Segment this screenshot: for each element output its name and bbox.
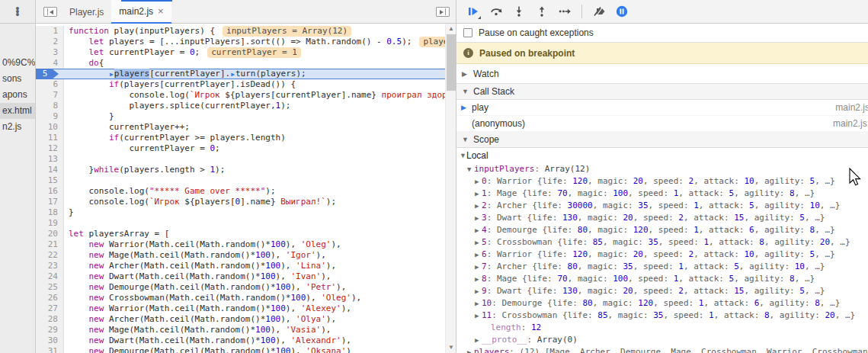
tab-main2-js[interactable]: main2.js ×	[111, 0, 171, 24]
line-number[interactable]: 17	[36, 197, 64, 207]
chevron-right-icon[interactable]: ▶	[475, 273, 482, 285]
scope-variable-row[interactable]: ▼inputPlayers: Array(12)	[456, 163, 868, 175]
kebab-menu-icon[interactable]: •••	[16, 7, 20, 16]
line-number[interactable]: 8	[36, 101, 64, 111]
scope-array-item-row[interactable]: ▶5: Crossbowman {life: 85, magic: 35, sp…	[456, 236, 868, 249]
watch-section-header[interactable]: ▶ Watch	[456, 64, 868, 84]
scope-array-item-row[interactable]: ▶1: Mage {life: 70, magic: 100, speed: 1…	[456, 188, 868, 200]
chevron-right-icon[interactable]: ▶	[467, 346, 474, 353]
line-number[interactable]: 4	[36, 58, 64, 69]
step-over-button[interactable]	[487, 2, 505, 21]
line-number[interactable]: 14	[36, 165, 64, 175]
hide-navigator-icon[interactable]	[43, 7, 57, 17]
pause-on-caught-exceptions-checkbox[interactable]	[463, 28, 472, 37]
chevron-down-icon[interactable]: ▼	[460, 148, 466, 163]
file-navigator-item[interactable]: 0%9C%l	[0, 55, 35, 71]
chevron-right-icon[interactable]: ▶	[475, 236, 482, 249]
scope-array-item-row[interactable]: ▶0: Warrior {life: 120, magic: 20, speed…	[456, 175, 868, 188]
line-number[interactable]: 22	[36, 250, 64, 261]
scope-array-item-row[interactable]: ▶9: Dwart {life: 130, magic: 20, speed: …	[456, 285, 868, 297]
scope-array-item-row[interactable]: ▶3: Dwart {life: 130, magic: 20, speed: …	[456, 212, 868, 224]
tab-player-js[interactable]: Player.js	[62, 0, 111, 24]
line-number[interactable]: 27	[36, 303, 64, 314]
line-number[interactable]: 20	[36, 229, 64, 239]
line-number[interactable]: 7	[36, 90, 64, 101]
pause-on-caught-exceptions-row[interactable]: Pause on caught exceptions	[456, 24, 868, 43]
chevron-right-icon[interactable]: ▶	[475, 224, 482, 236]
code-line: 25 new Demourge(Math.ceil(Math.random()*…	[36, 282, 456, 293]
file-navigator-item[interactable]: sons	[0, 71, 35, 87]
editor-scrollbar[interactable]: ▲ ▼	[445, 24, 456, 353]
scroll-down-icon[interactable]: ▼	[446, 342, 456, 353]
line-number[interactable]: 18	[36, 207, 64, 218]
line-number[interactable]: 23	[36, 261, 64, 271]
show-next-tabs-icon[interactable]	[436, 7, 450, 17]
code-line: 1function play(inputPlayers) {inputPlaye…	[36, 26, 456, 37]
line-number[interactable]: 21	[36, 239, 64, 250]
step-out-button[interactable]	[533, 2, 551, 21]
scope-proto-row[interactable]: ▶__proto__: Array(0)	[456, 334, 868, 346]
line-number[interactable]: 5	[36, 69, 64, 79]
call-stack-frame[interactable]: ▶playmain2.js	[456, 100, 868, 116]
info-icon: i	[463, 48, 473, 58]
scope-array-item-row[interactable]: ▶8: Mage {life: 70, magic: 100, speed: 1…	[456, 273, 868, 285]
code-line-text: }while(players.length > 1);	[64, 165, 225, 175]
scope-array-item-row[interactable]: ▶10: Demourge {life: 80, magic: 120, spe…	[456, 297, 868, 310]
line-number[interactable]: 15	[36, 175, 64, 186]
line-number[interactable]: 31	[36, 346, 64, 353]
line-number[interactable]: 3	[36, 47, 64, 58]
scope-section-header[interactable]: ▼ Scope	[456, 132, 868, 148]
line-number[interactable]: 19	[36, 218, 64, 229]
line-number[interactable]: 30	[36, 335, 64, 346]
scope-variable-row[interactable]: ▶players: (12) [Mage, Archer, Demourge, …	[456, 346, 868, 353]
pause-on-exceptions-button[interactable]	[613, 2, 631, 21]
line-number[interactable]: 16	[36, 186, 64, 197]
scope-local-row[interactable]: ▼Local	[456, 148, 868, 163]
chevron-right-icon[interactable]: ▶	[475, 188, 482, 200]
chevron-right-icon[interactable]: ▶	[475, 212, 482, 224]
line-number[interactable]: 28	[36, 314, 64, 325]
chevron-right-icon[interactable]: ▶	[475, 200, 482, 212]
scroll-up-icon[interactable]: ▲	[446, 24, 456, 34]
chevron-down-icon[interactable]: ▼	[467, 163, 474, 175]
line-number[interactable]: 9	[36, 111, 64, 122]
line-number[interactable]: 26	[36, 293, 64, 303]
chevron-right-icon[interactable]: ▶	[475, 297, 482, 310]
line-number[interactable]: 6	[36, 79, 64, 90]
line-number[interactable]: 29	[36, 325, 64, 335]
step-into-button[interactable]	[510, 2, 528, 21]
call-stack-frame[interactable]: (anonymous)main2.js:	[456, 116, 868, 132]
chevron-right-icon[interactable]: ▶	[475, 249, 482, 261]
line-number[interactable]: 12	[36, 143, 64, 154]
line-number[interactable]: 10	[36, 122, 64, 133]
code-line: 20let playersArray = [	[36, 229, 456, 239]
chevron-right-icon[interactable]: ▶	[475, 310, 482, 322]
scope-array-item-row[interactable]: ▶11: Crossbowman {life: 85, magic: 35, s…	[456, 310, 868, 322]
line-number[interactable]: 2	[36, 37, 64, 47]
chevron-right-icon[interactable]: ▶	[475, 334, 482, 346]
code-line: 31 new Demourge(Math.ceil(Math.random()*…	[36, 346, 456, 353]
scope-array-item-row[interactable]: ▶6: Warrior {life: 120, magic: 20, speed…	[456, 249, 868, 261]
deactivate-breakpoints-button[interactable]	[590, 2, 608, 21]
chevron-right-icon[interactable]: ▶	[475, 175, 482, 188]
file-navigator-item[interactable]: ex.html	[0, 103, 35, 119]
resume-script-button[interactable]	[464, 2, 482, 21]
line-number[interactable]: 24	[36, 271, 64, 282]
scrollbar-thumb[interactable]	[447, 34, 456, 91]
code-editor[interactable]: 1function play(inputPlayers) {inputPlaye…	[36, 24, 456, 353]
call-stack-section-header[interactable]: ▼ Call Stack	[456, 84, 868, 100]
line-number[interactable]: 11	[36, 133, 64, 143]
file-navigator-item[interactable]: apons	[0, 87, 35, 103]
step-button[interactable]	[556, 2, 574, 21]
chevron-right-icon[interactable]: ▶	[475, 285, 482, 297]
scope-array-item-row[interactable]: ▶2: Archer {life: 30000, magic: 35, spee…	[456, 200, 868, 212]
close-tab-icon[interactable]: ×	[158, 5, 164, 17]
line-number[interactable]: 13	[36, 154, 64, 165]
chevron-right-icon[interactable]: ▶	[475, 261, 482, 273]
line-number[interactable]: 1	[36, 26, 64, 37]
file-navigator-item[interactable]: n2.js	[0, 119, 35, 135]
code-line-text: console.log(`Игрок ${players[currentPlay…	[64, 90, 447, 101]
scope-array-item-row[interactable]: ▶4: Demourge {life: 80, magic: 120, spee…	[456, 224, 868, 236]
line-number[interactable]: 25	[36, 282, 64, 293]
scope-array-item-row[interactable]: ▶7: Archer {life: 80, magic: 35, speed: …	[456, 261, 868, 273]
